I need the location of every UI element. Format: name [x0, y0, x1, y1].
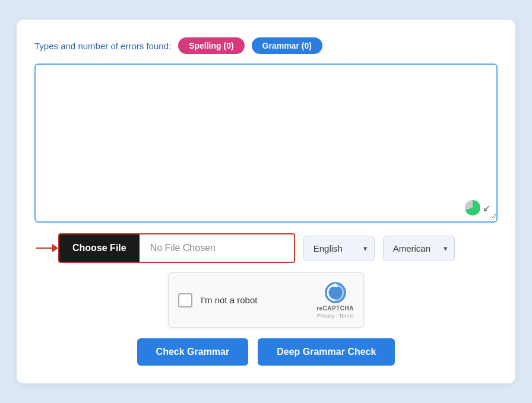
textarea-wrapper: ↙: [34, 64, 498, 223]
progress-circle-icon: [465, 200, 480, 215]
file-row: Choose File No File Chosen English Frenc…: [58, 233, 498, 263]
recaptcha-label: I'm not a robot: [201, 295, 257, 305]
recaptcha-links-text: Privacy - Terms: [317, 313, 354, 319]
variant-select-wrapper: American British Australian Canadian ▾: [383, 236, 455, 261]
choose-file-button[interactable]: Choose File: [59, 234, 140, 262]
arrow-head: [52, 244, 58, 252]
no-file-label: No File Chosen: [140, 234, 294, 262]
file-input-wrapper: Choose File No File Chosen: [58, 233, 295, 263]
recaptcha-right: reCAPTCHA Privacy - Terms: [316, 281, 354, 319]
spelling-badge: Spelling (0): [178, 37, 244, 54]
arrow-line: [36, 247, 52, 249]
error-types-row: Types and number of errors found: Spelli…: [34, 37, 498, 54]
deep-grammar-check-button[interactable]: Deep Grammar Check: [258, 338, 395, 366]
recaptcha-checkbox[interactable]: [178, 293, 192, 307]
buttons-row: Check Grammar Deep Grammar Check: [137, 338, 395, 366]
variant-select[interactable]: American British Australian Canadian: [383, 236, 455, 261]
recaptcha-left: I'm not a robot: [178, 293, 257, 307]
recaptcha-brand-text: reCAPTCHA: [316, 305, 354, 312]
recaptcha-logo-icon: [324, 281, 347, 304]
bottom-section: I'm not a robot reCAPTCHA Privacy - Term…: [34, 272, 498, 366]
error-types-label: Types and number of errors found:: [34, 41, 171, 51]
language-select[interactable]: English French Spanish German: [303, 236, 375, 261]
arrow-indicator: [36, 244, 58, 252]
recaptcha-box: I'm not a robot reCAPTCHA Privacy - Term…: [168, 272, 364, 328]
language-select-wrapper: English French Spanish German ▾: [303, 236, 375, 261]
main-card: Types and number of errors found: Spelli…: [17, 20, 515, 383]
main-textarea[interactable]: [36, 65, 496, 219]
textarea-icons: ↙: [465, 200, 490, 215]
check-grammar-button[interactable]: Check Grammar: [137, 338, 249, 366]
grammar-badge: Grammar (0): [252, 37, 322, 54]
cursor-icon: ↙: [483, 202, 490, 214]
